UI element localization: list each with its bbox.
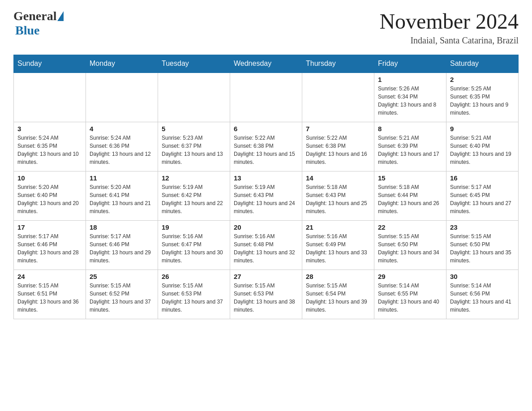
day-info: Sunrise: 5:24 AM Sunset: 6:35 PM Dayligh…: [17, 134, 82, 166]
day-info: Sunrise: 5:15 AM Sunset: 6:54 PM Dayligh…: [306, 282, 370, 314]
calendar-cell: [230, 73, 302, 122]
day-info: Sunrise: 5:24 AM Sunset: 6:36 PM Dayligh…: [90, 134, 154, 166]
calendar-cell: 22Sunrise: 5:15 AM Sunset: 6:50 PM Dayli…: [374, 220, 446, 270]
day-number: 14: [306, 174, 370, 182]
calendar-cell: 12Sunrise: 5:19 AM Sunset: 6:42 PM Dayli…: [158, 171, 230, 220]
calendar-week-3: 10Sunrise: 5:20 AM Sunset: 6:40 PM Dayli…: [14, 171, 519, 220]
day-number: 21: [306, 223, 370, 231]
day-number: 16: [450, 174, 515, 182]
day-number: 29: [378, 273, 442, 280]
day-number: 24: [17, 273, 82, 280]
day-info: Sunrise: 5:20 AM Sunset: 6:41 PM Dayligh…: [90, 183, 154, 215]
day-info: Sunrise: 5:17 AM Sunset: 6:46 PM Dayligh…: [90, 232, 154, 265]
day-info: Sunrise: 5:22 AM Sunset: 6:38 PM Dayligh…: [234, 134, 298, 166]
day-number: 6: [234, 125, 298, 133]
calendar-cell: [14, 73, 86, 122]
calendar-cell: [158, 73, 230, 122]
day-number: 10: [17, 174, 82, 182]
calendar-cell: 8Sunrise: 5:21 AM Sunset: 6:39 PM Daylig…: [374, 122, 446, 171]
calendar-cell: 1Sunrise: 5:26 AM Sunset: 6:34 PM Daylig…: [374, 73, 446, 122]
day-info: Sunrise: 5:18 AM Sunset: 6:43 PM Dayligh…: [306, 183, 370, 215]
calendar-cell: 13Sunrise: 5:19 AM Sunset: 6:43 PM Dayli…: [230, 171, 302, 220]
calendar-cell: 7Sunrise: 5:22 AM Sunset: 6:38 PM Daylig…: [302, 122, 374, 171]
day-number: 5: [162, 125, 226, 133]
weekday-header-saturday: Saturday: [446, 55, 519, 73]
calendar-cell: 6Sunrise: 5:22 AM Sunset: 6:38 PM Daylig…: [230, 122, 302, 171]
calendar-cell: 18Sunrise: 5:17 AM Sunset: 6:46 PM Dayli…: [86, 220, 158, 270]
day-info: Sunrise: 5:14 AM Sunset: 6:55 PM Dayligh…: [378, 282, 442, 314]
day-info: Sunrise: 5:15 AM Sunset: 6:51 PM Dayligh…: [17, 282, 82, 314]
day-number: 15: [378, 174, 442, 182]
calendar-cell: 3Sunrise: 5:24 AM Sunset: 6:35 PM Daylig…: [14, 122, 86, 171]
calendar-week-5: 24Sunrise: 5:15 AM Sunset: 6:51 PM Dayli…: [14, 270, 519, 319]
calendar-cell: 30Sunrise: 5:14 AM Sunset: 6:56 PM Dayli…: [446, 270, 519, 319]
calendar-cell: [86, 73, 158, 122]
day-info: Sunrise: 5:22 AM Sunset: 6:38 PM Dayligh…: [306, 134, 370, 166]
calendar-cell: 10Sunrise: 5:20 AM Sunset: 6:40 PM Dayli…: [14, 171, 86, 220]
day-number: 26: [162, 273, 226, 280]
month-title: November 2024: [379, 9, 519, 34]
calendar-cell: 2Sunrise: 5:25 AM Sunset: 6:35 PM Daylig…: [446, 73, 519, 122]
weekday-header-wednesday: Wednesday: [230, 55, 302, 73]
day-number: 7: [306, 125, 370, 133]
calendar-cell: 23Sunrise: 5:15 AM Sunset: 6:50 PM Dayli…: [446, 220, 519, 270]
location: Indaial, Santa Catarina, Brazil: [379, 35, 519, 46]
calendar-cell: [302, 73, 374, 122]
day-info: Sunrise: 5:15 AM Sunset: 6:50 PM Dayligh…: [450, 232, 515, 265]
day-number: 22: [378, 223, 442, 231]
day-info: Sunrise: 5:26 AM Sunset: 6:34 PM Dayligh…: [378, 85, 442, 117]
page-header: General Blue November 2024 Indaial, Sant…: [13, 9, 519, 46]
day-number: 9: [450, 125, 515, 133]
day-number: 8: [378, 125, 442, 133]
day-info: Sunrise: 5:20 AM Sunset: 6:40 PM Dayligh…: [17, 183, 82, 215]
calendar-cell: 14Sunrise: 5:18 AM Sunset: 6:43 PM Dayli…: [302, 171, 374, 220]
day-number: 17: [17, 223, 82, 231]
day-number: 19: [162, 223, 226, 231]
day-info: Sunrise: 5:21 AM Sunset: 6:39 PM Dayligh…: [378, 134, 442, 166]
day-info: Sunrise: 5:15 AM Sunset: 6:52 PM Dayligh…: [90, 282, 154, 314]
logo-blue-text: Blue: [15, 23, 39, 38]
calendar-cell: 19Sunrise: 5:16 AM Sunset: 6:47 PM Dayli…: [158, 220, 230, 270]
calendar-cell: 9Sunrise: 5:21 AM Sunset: 6:40 PM Daylig…: [446, 122, 519, 171]
day-number: 27: [234, 273, 298, 280]
weekday-header-sunday: Sunday: [14, 55, 86, 73]
weekday-header-tuesday: Tuesday: [158, 55, 230, 73]
calendar-cell: 25Sunrise: 5:15 AM Sunset: 6:52 PM Dayli…: [86, 270, 158, 319]
calendar-cell: 20Sunrise: 5:16 AM Sunset: 6:48 PM Dayli…: [230, 220, 302, 270]
day-info: Sunrise: 5:17 AM Sunset: 6:45 PM Dayligh…: [450, 183, 515, 215]
day-number: 20: [234, 223, 298, 231]
title-area: November 2024 Indaial, Santa Catarina, B…: [379, 9, 519, 46]
calendar-week-2: 3Sunrise: 5:24 AM Sunset: 6:35 PM Daylig…: [14, 122, 519, 171]
calendar-cell: 26Sunrise: 5:15 AM Sunset: 6:53 PM Dayli…: [158, 270, 230, 319]
calendar-week-4: 17Sunrise: 5:17 AM Sunset: 6:46 PM Dayli…: [14, 220, 519, 270]
day-number: 28: [306, 273, 370, 280]
day-number: 13: [234, 174, 298, 182]
day-number: 30: [450, 273, 515, 280]
day-info: Sunrise: 5:17 AM Sunset: 6:46 PM Dayligh…: [17, 232, 82, 265]
calendar-cell: 29Sunrise: 5:14 AM Sunset: 6:55 PM Dayli…: [374, 270, 446, 319]
calendar-week-1: 1Sunrise: 5:26 AM Sunset: 6:34 PM Daylig…: [14, 73, 519, 122]
calendar-cell: 11Sunrise: 5:20 AM Sunset: 6:41 PM Dayli…: [86, 171, 158, 220]
day-number: 12: [162, 174, 226, 182]
day-info: Sunrise: 5:14 AM Sunset: 6:56 PM Dayligh…: [450, 282, 515, 314]
day-info: Sunrise: 5:15 AM Sunset: 6:53 PM Dayligh…: [234, 282, 298, 314]
day-number: 18: [90, 223, 154, 231]
day-info: Sunrise: 5:23 AM Sunset: 6:37 PM Dayligh…: [162, 134, 226, 166]
weekday-header-friday: Friday: [374, 55, 446, 73]
day-info: Sunrise: 5:19 AM Sunset: 6:43 PM Dayligh…: [234, 183, 298, 215]
day-info: Sunrise: 5:21 AM Sunset: 6:40 PM Dayligh…: [450, 134, 515, 166]
day-info: Sunrise: 5:16 AM Sunset: 6:49 PM Dayligh…: [306, 232, 370, 265]
day-info: Sunrise: 5:16 AM Sunset: 6:47 PM Dayligh…: [162, 232, 226, 265]
day-number: 1: [378, 76, 442, 83]
weekday-header-thursday: Thursday: [302, 55, 374, 73]
day-info: Sunrise: 5:15 AM Sunset: 6:50 PM Dayligh…: [378, 232, 442, 265]
calendar-cell: 15Sunrise: 5:18 AM Sunset: 6:44 PM Dayli…: [374, 171, 446, 220]
calendar-cell: 4Sunrise: 5:24 AM Sunset: 6:36 PM Daylig…: [86, 122, 158, 171]
day-number: 25: [90, 273, 154, 280]
day-info: Sunrise: 5:19 AM Sunset: 6:42 PM Dayligh…: [162, 183, 226, 215]
day-number: 4: [90, 125, 154, 133]
day-info: Sunrise: 5:18 AM Sunset: 6:44 PM Dayligh…: [378, 183, 442, 215]
day-info: Sunrise: 5:16 AM Sunset: 6:48 PM Dayligh…: [234, 232, 298, 265]
logo: General Blue: [13, 9, 64, 38]
calendar-table: SundayMondayTuesdayWednesdayThursdayFrid…: [13, 55, 519, 319]
